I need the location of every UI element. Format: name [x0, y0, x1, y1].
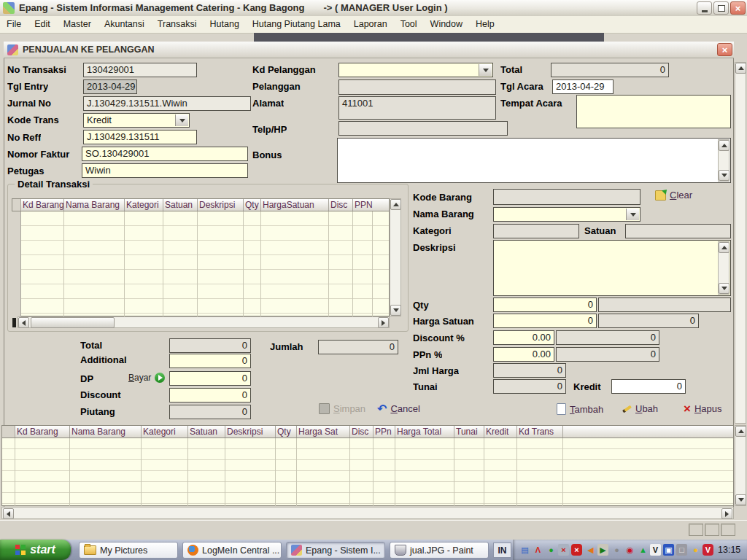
scroll-right-icon[interactable]: [378, 317, 389, 328]
col-satuan[interactable]: Satuan: [188, 426, 225, 438]
display-utility-icon[interactable]: ▣: [663, 544, 674, 556]
petugas-field[interactable]: Wiwin: [82, 163, 248, 178]
discount-field[interactable]: 0: [169, 388, 251, 402]
col-ppn[interactable]: PPn: [374, 426, 395, 438]
tgl-entry-field[interactable]: 2013-04-29: [83, 79, 137, 94]
detail-col-ppn[interactable]: PPN: [353, 199, 373, 211]
discount-pct-field[interactable]: 0.00: [493, 330, 554, 345]
scheduler-icon[interactable]: ●: [611, 544, 623, 556]
col-disc[interactable]: Disc: [350, 426, 374, 438]
scroll-down-icon[interactable]: [735, 494, 746, 505]
kredit-field[interactable]: 0: [611, 379, 686, 394]
detail-grid-body[interactable]: [12, 211, 390, 316]
detail-col-kd-barang[interactable]: Kd Barang: [21, 199, 64, 211]
detail-col-qty[interactable]: Qty: [244, 199, 261, 211]
recorder-icon[interactable]: ◉: [624, 544, 636, 556]
clear-button[interactable]: Clear: [655, 190, 692, 201]
task-my-pictures[interactable]: My Pictures: [79, 542, 178, 559]
task-logmein[interactable]: LogMeIn Central ...: [182, 542, 282, 559]
graphics-utility-icon[interactable]: ▲: [637, 544, 649, 556]
menu-transaksi[interactable]: Transaksi: [151, 16, 204, 33]
scroll-left-icon[interactable]: [3, 508, 14, 519]
detail-col-harga-satuan[interactable]: HargaSatuan: [261, 199, 329, 211]
col-harga-total[interactable]: Harga Total: [395, 426, 454, 438]
scroll-up-icon[interactable]: [390, 199, 401, 210]
additional-field[interactable]: 0: [169, 354, 251, 368]
vnc-icon[interactable]: V: [650, 544, 661, 556]
col-kd-trans[interactable]: Kd Trans: [517, 426, 563, 438]
tempat-acara-textarea[interactable]: [576, 95, 731, 128]
col-harga-sat[interactable]: Harga Sat: [297, 426, 350, 438]
detail-col-nama-barang[interactable]: Nama Barang: [64, 199, 125, 211]
qty-field[interactable]: 0: [493, 298, 597, 312]
kode-barang-field[interactable]: [493, 189, 640, 205]
bonus-scrollbar[interactable]: [718, 139, 729, 182]
scroll-up-icon[interactable]: [735, 426, 746, 437]
menu-tool[interactable]: Tool: [394, 16, 424, 33]
chevron-down-icon[interactable]: [175, 114, 188, 126]
menu-file[interactable]: File: [0, 16, 28, 33]
col-kategori[interactable]: Kategori: [142, 426, 188, 438]
server-play-icon[interactable]: ▶: [597, 544, 608, 556]
minimize-button[interactable]: [697, 1, 712, 15]
menu-hutang-piutang-lama[interactable]: Hutang Piutang Lama: [246, 16, 347, 33]
remote-signal-icon[interactable]: ▤: [519, 544, 531, 556]
detail-grid-hscrollbar[interactable]: [18, 316, 390, 328]
scrollbar-thumb[interactable]: [31, 317, 115, 328]
tambah-button[interactable]: Tambah: [557, 403, 603, 415]
logmein-icon[interactable]: Λ: [532, 544, 544, 556]
detail-col-deskripsi[interactable]: Deskripsi: [198, 199, 244, 211]
chevron-down-icon[interactable]: [479, 64, 492, 76]
network-offline-icon[interactable]: ×: [558, 544, 569, 556]
ppn-pct-field[interactable]: 0.00: [493, 347, 554, 362]
dp-field[interactable]: 0: [169, 371, 251, 386]
kode-trans-select[interactable]: Kredit: [83, 113, 190, 128]
antivirus-icon[interactable]: V: [703, 544, 713, 556]
col-deskripsi[interactable]: Deskripsi: [225, 426, 276, 438]
idm-icon[interactable]: ●: [545, 544, 557, 556]
menu-hutang[interactable]: Hutang: [204, 16, 246, 33]
bottom-grid-body[interactable]: [1, 438, 734, 506]
detail-col-satuan[interactable]: Satuan: [163, 199, 198, 211]
simpan-button[interactable]: Simpan: [319, 403, 365, 414]
form-close-button[interactable]: ×: [717, 43, 732, 56]
menu-master[interactable]: Master: [57, 16, 98, 33]
scroll-left-icon[interactable]: [18, 317, 29, 328]
bottom-grid-hscrollbar[interactable]: [1, 507, 734, 519]
harga-satuan-field[interactable]: 0: [493, 314, 597, 328]
clock[interactable]: 13:15: [718, 545, 740, 555]
mdi-vertical-scrollbar[interactable]: [735, 62, 746, 424]
menu-edit[interactable]: Edit: [28, 16, 57, 33]
pelanggan-field[interactable]: [338, 79, 496, 95]
restore-button[interactable]: [713, 1, 729, 15]
scroll-up-icon[interactable]: [719, 140, 729, 151]
language-indicator[interactable]: IN: [493, 542, 511, 558]
scroll-up-icon[interactable]: [735, 63, 746, 74]
scroll-down-icon[interactable]: [390, 305, 401, 316]
deskripsi-scrollbar[interactable]: [718, 241, 729, 295]
telp-field[interactable]: [338, 121, 508, 136]
ubah-button[interactable]: Ubah: [622, 403, 658, 414]
detail-col-kategori[interactable]: Kategori: [125, 199, 163, 211]
volume-icon[interactable]: ◀: [584, 544, 597, 556]
menu-akuntansi[interactable]: Akuntansi: [98, 16, 151, 33]
jurnal-no-field[interactable]: J.130429.131511.Wiwin: [83, 96, 251, 111]
kd-pelanggan-select[interactable]: [338, 63, 493, 77]
menu-window[interactable]: Window: [424, 16, 469, 33]
task-paint[interactable]: jual.JPG - Paint: [390, 542, 489, 559]
no-reff-field[interactable]: J.130429.131511: [83, 130, 197, 144]
kategori-field[interactable]: [493, 224, 579, 238]
chevron-down-icon[interactable]: [626, 209, 639, 220]
bonus-textarea[interactable]: [337, 138, 731, 183]
scroll-down-icon[interactable]: [719, 283, 729, 294]
tgl-acara-field[interactable]: 2013-04-29: [552, 79, 614, 94]
task-epang[interactable]: Epang - Sistem I...: [286, 542, 385, 559]
cancel-button[interactable]: ↶ Cancel: [377, 403, 420, 414]
satuan-field[interactable]: [625, 224, 731, 238]
menu-laporan[interactable]: Laporan: [347, 16, 394, 33]
security-alert-icon[interactable]: ×: [571, 544, 582, 556]
hapus-button[interactable]: × Hapus: [684, 403, 722, 414]
nama-barang-select[interactable]: [493, 207, 640, 222]
col-kd-barang[interactable]: Kd Barang: [15, 426, 70, 438]
deskripsi-textarea[interactable]: [493, 240, 731, 296]
